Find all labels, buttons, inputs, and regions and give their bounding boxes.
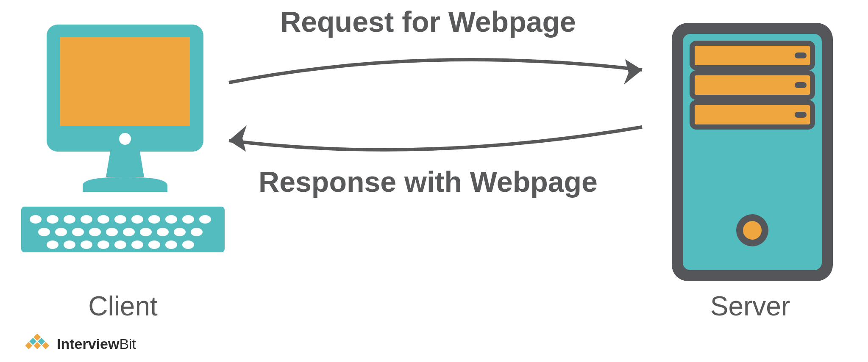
svg-point-33 [182,240,194,249]
server-tower-icon [668,19,837,285]
svg-rect-1 [60,37,190,126]
svg-point-10 [131,215,143,224]
svg-rect-39 [795,82,807,88]
svg-point-24 [191,228,203,236]
svg-point-16 [55,228,67,236]
svg-point-18 [89,228,101,236]
response-label: Response with Webpage [237,165,619,198]
svg-point-13 [182,215,194,224]
svg-point-8 [97,215,109,224]
svg-point-27 [81,240,92,249]
svg-marker-45 [229,125,247,152]
svg-point-43 [743,221,762,240]
svg-point-12 [165,215,177,224]
client-label: Client [51,290,195,322]
svg-point-29 [114,240,126,249]
svg-point-22 [157,228,169,236]
svg-point-21 [140,228,152,236]
brand-name: InterviewBit [57,336,136,352]
client-server-diagram: Request for Webpage Response with Webpag… [0,0,868,362]
svg-point-31 [148,240,160,249]
svg-point-4 [30,215,42,224]
svg-point-15 [38,228,50,236]
client-computer-icon [21,25,225,287]
request-label: Request for Webpage [237,5,619,38]
svg-rect-37 [795,53,807,58]
svg-point-20 [123,228,135,236]
svg-rect-41 [795,112,807,118]
svg-point-17 [72,228,84,236]
svg-point-11 [148,215,160,224]
svg-point-28 [97,240,109,249]
svg-marker-44 [624,59,642,85]
svg-rect-36 [692,43,812,68]
svg-point-2 [119,133,131,145]
svg-point-30 [131,240,143,249]
svg-point-25 [47,240,58,249]
svg-point-9 [114,215,126,224]
branding: InterviewBit [25,334,136,354]
svg-point-23 [174,228,186,236]
svg-point-19 [106,228,118,236]
server-label: Server [678,290,822,322]
svg-point-26 [64,240,75,249]
svg-point-7 [81,215,92,224]
svg-point-14 [199,215,211,224]
svg-rect-40 [692,102,812,127]
svg-point-32 [165,240,177,249]
svg-rect-38 [692,73,812,97]
svg-point-5 [47,215,58,224]
svg-point-6 [64,215,75,224]
interviewbit-logo-icon [25,334,53,354]
